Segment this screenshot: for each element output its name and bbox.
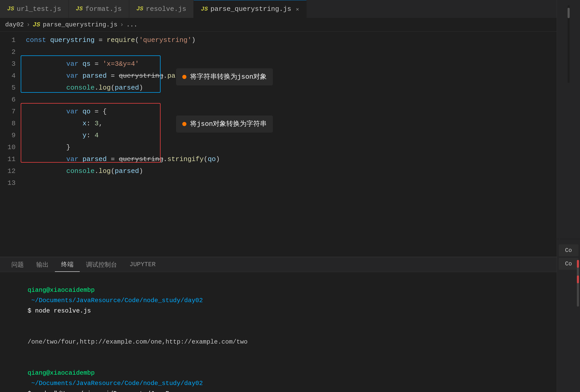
tab-parse-querystring[interactable]: JS parse_querystring.js ✕ — [194, 0, 307, 18]
line-num: 2 — [0, 46, 16, 58]
js-icon: JS — [7, 6, 14, 12]
editor-right-panel — [557, 0, 580, 239]
terminal-tab-debug[interactable]: 调试控制台 — [80, 257, 123, 272]
terminal-line-2: /one/two/four,http://example.com/one,htt… — [5, 326, 575, 358]
terminal-tab-output-label: 输出 — [36, 260, 49, 269]
code-line-8: x: 3, — [26, 118, 554, 129]
code-line-6 — [26, 94, 554, 106]
tab-format-label: format.js — [85, 5, 121, 13]
code-line-3: var qs = 'x=3&y=4' — [26, 58, 554, 70]
breadcrumb-sep1: › — [26, 21, 30, 28]
terminal-scrollbar-marker-1 — [577, 260, 579, 268]
line-num: 13 — [0, 177, 16, 189]
tab-url-test-label: url_test.js — [17, 5, 61, 13]
code-line-9: y: 4 — [26, 129, 554, 141]
terminal-right-panel: Co Co — [557, 239, 580, 392]
line-num: 3 — [0, 58, 16, 70]
terminal-tab-terminal-label: 终端 — [61, 260, 74, 268]
tab-format[interactable]: JS format.js — [69, 0, 129, 18]
annotation-dot — [182, 122, 186, 126]
code-line-7: var qo = { — [26, 106, 554, 118]
terminal-tab-debug-label: 调试控制台 — [86, 260, 117, 269]
line-num: 12 — [0, 165, 16, 177]
code-editor[interactable]: const querystring = require('querystring… — [21, 32, 559, 257]
terminal-area: 问题 输出 终端 调试控制台 JUPYTER + qiang@xiaocaide… — [0, 257, 580, 392]
tab-parse-querystring-label: parse_querystring.js — [211, 5, 291, 13]
terminal-tab-output[interactable]: 输出 — [30, 257, 55, 272]
breadcrumb-dots: ... — [126, 21, 137, 28]
js-icon: JS — [76, 6, 83, 12]
breadcrumb-js-icon: JS — [33, 21, 40, 28]
editor-area: 1 2 3 4 5 6 7 8 9 10 11 12 13 const quer… — [0, 32, 580, 257]
js-icon: JS — [136, 6, 143, 12]
terminal-tab-jupyter[interactable]: JUPYTER — [123, 257, 162, 272]
code-line-1: const querystring = require('querystring… — [26, 34, 554, 46]
breadcrumb-sep2: › — [120, 21, 124, 28]
code-line-2 — [26, 46, 554, 58]
breadcrumb: day02 › JS parse_querystring.js › ... — [0, 18, 580, 32]
editor-scrollbar-thumb[interactable] — [568, 8, 570, 18]
tab-resolve[interactable]: JS resolve.js — [129, 0, 194, 18]
tab-bar: JS url_test.js JS format.js JS resolve.j… — [0, 0, 580, 18]
editor-scrollbar[interactable] — [568, 5, 570, 83]
code-line-10: } — [26, 141, 554, 153]
terminal-tab-issues[interactable]: 问题 — [5, 257, 30, 272]
path-3: ~/Documents/JavaResource/Code/node_study… — [27, 380, 203, 387]
terminal-tab-issues-label: 问题 — [11, 260, 24, 269]
terminal-panel-item-1-label: Co — [565, 247, 572, 254]
line-num: 7 — [0, 106, 16, 118]
line-num: 1 — [0, 34, 16, 46]
terminal-content[interactable]: qiang@xiaocaidembp ~/Documents/JavaResou… — [0, 272, 580, 392]
terminal-panel-item-2-label: Co — [565, 261, 572, 267]
code-line-11: var parsed = querystring.stringify(qo) — [26, 153, 554, 165]
tab-url-test[interactable]: JS url_test.js — [0, 0, 69, 18]
annotation-string-to-json: 将字符串转换为json对象 — [176, 68, 273, 85]
annotation-text-1: 将字符串转换为json对象 — [190, 71, 267, 83]
code-line-12: console.log(parsed) — [26, 165, 554, 177]
annotation-dot — [182, 75, 186, 79]
line-num: 5 — [0, 82, 16, 94]
js-icon: JS — [201, 6, 208, 12]
line-num: 11 — [0, 153, 16, 165]
line-num: 6 — [0, 94, 16, 106]
terminal-panel-item-1[interactable]: Co — [559, 244, 578, 256]
annotation-text-2: 将json对象转换为字符串 — [190, 118, 267, 130]
terminal-tab-terminal[interactable]: 终端 — [55, 257, 80, 272]
code-line-4: var parsed = querystring.parse(qs) — [26, 70, 554, 82]
tab-resolve-label: resolve.js — [146, 5, 186, 13]
output-2: /one/two/four,http://example.com/one,htt… — [27, 338, 248, 345]
prompt-3: qiang@xiaocaidembp — [27, 369, 95, 376]
terminal-tabs: 问题 输出 终端 调试控制台 JUPYTER + — [0, 257, 580, 272]
terminal-line-3: qiang@xiaocaidembp ~/Documents/JavaResou… — [5, 358, 575, 392]
line-num: 10 — [0, 141, 16, 153]
close-icon[interactable]: ✕ — [296, 6, 299, 12]
prompt-1: qiang@xiaocaidembp — [27, 287, 95, 294]
cmd-3: $ node "/Users/xiaocai/Documents/JavaRes… — [27, 390, 188, 392]
line-num: 4 — [0, 70, 16, 82]
code-line-5: console.log(parsed) — [26, 82, 554, 94]
terminal-scrollbar[interactable] — [577, 260, 579, 307]
line-num: 9 — [0, 129, 16, 141]
terminal-line-1: qiang@xiaocaidembp ~/Documents/JavaResou… — [5, 275, 575, 326]
terminal-tab-jupyter-label: JUPYTER — [129, 261, 156, 268]
path-1: ~/Documents/JavaResource/Code/node_study… — [27, 297, 203, 304]
line-num: 8 — [0, 118, 16, 129]
line-numbers: 1 2 3 4 5 6 7 8 9 10 11 12 13 — [0, 32, 21, 257]
terminal-scrollbar-marker-2 — [577, 275, 579, 283]
breadcrumb-filename: parse_querystring.js — [43, 21, 117, 28]
terminal-panel-item-2[interactable]: Co — [559, 258, 578, 270]
breadcrumb-day02: day02 — [5, 21, 24, 28]
cmd-1: $ node resolve.js — [27, 307, 91, 314]
code-line-13 — [26, 177, 554, 189]
annotation-json-to-string: 将json对象转换为字符串 — [176, 115, 273, 133]
